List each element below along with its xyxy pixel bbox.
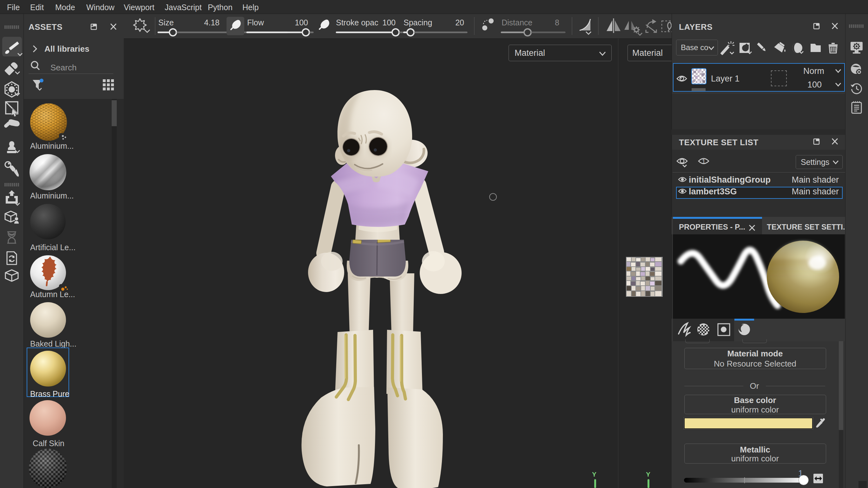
svg-text:100: 100	[382, 18, 396, 27]
svg-text:Spacing: Spacing	[404, 18, 432, 27]
svg-text:20: 20	[455, 18, 464, 27]
svg-text:8: 8	[555, 18, 559, 27]
svg-text:4.18: 4.18	[204, 18, 220, 27]
svg-text:Stroke opac: Stroke opac	[336, 18, 378, 27]
svg-text:Flow: Flow	[247, 18, 264, 27]
svg-text:Size: Size	[158, 18, 174, 27]
svg-text:Distance: Distance	[502, 18, 532, 27]
svg-text:100: 100	[295, 18, 308, 27]
svg-text:1: 1	[702, 158, 705, 165]
